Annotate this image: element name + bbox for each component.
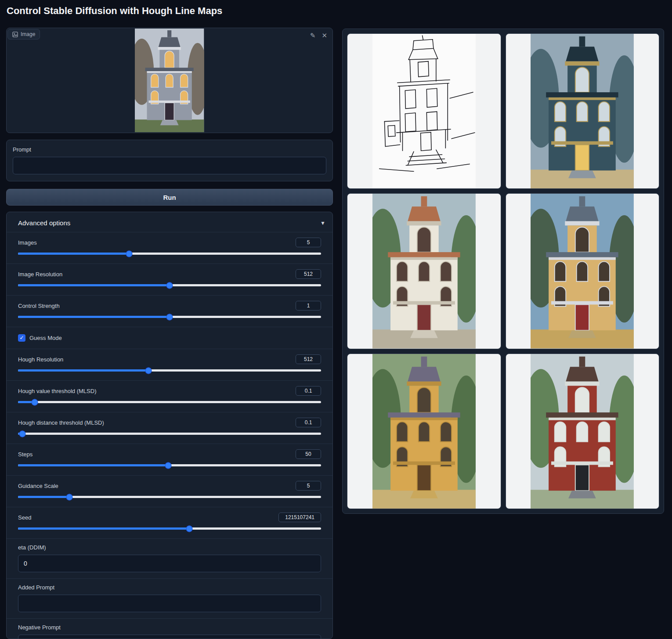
slider-fill [18, 253, 129, 255]
field-label: Negative Prompt [18, 624, 321, 631]
result-white-victorian-image [372, 194, 476, 348]
page-title: Control Stable Diffusion with Hough Line… [7, 5, 222, 17]
slider-value-input[interactable]: 50 [296, 449, 321, 459]
gallery-item-result-teal-victorian[interactable] [506, 33, 660, 189]
slider-fill [18, 284, 170, 286]
run-button[interactable]: Run [6, 189, 333, 206]
slider-fill [18, 464, 168, 466]
control-hough-resolution: Hough Resolution 512 [7, 349, 332, 380]
slider-handle[interactable] [186, 525, 192, 532]
close-icon[interactable]: ✕ [322, 32, 327, 40]
control-negative-prompt: Negative Prompt [7, 618, 332, 639]
slider-label: Hough Resolution [18, 356, 63, 363]
slider-track[interactable] [18, 369, 321, 372]
control-image-resolution: Image Resolution 512 [7, 264, 332, 295]
prompt-panel: Prompt [6, 140, 333, 181]
image-upload-panel[interactable]: Image ✎ ✕ [6, 28, 333, 133]
gallery-item-hough-line-map[interactable] [347, 33, 501, 189]
result-teal-victorian-image [531, 34, 634, 188]
image-label: Image [21, 31, 35, 37]
control-seed: Seed 1215107241 [7, 507, 332, 538]
control-eta-ddim: eta (DDIM) [7, 538, 332, 578]
slider-label: Seed [18, 514, 31, 521]
slider-value-input[interactable]: 0.1 [296, 386, 321, 396]
slider-track[interactable] [18, 433, 321, 435]
control-hough-distance-threshold-mlsd: Hough distance threshold (MLSD) 0.1 [7, 412, 332, 444]
slider-value-input[interactable]: 512 [296, 354, 321, 364]
slider-label: Hough distance threshold (MLSD) [18, 419, 104, 426]
slider-value-input[interactable]: 5 [296, 481, 321, 491]
input-image-image [135, 29, 204, 132]
slider-label: Steps [18, 451, 33, 458]
slider-handle[interactable] [166, 314, 173, 320]
eta-input[interactable] [18, 555, 321, 572]
gallery-item-result-white-victorian[interactable] [347, 193, 501, 349]
slider-track[interactable] [18, 464, 321, 466]
checkbox-label: Guess Mode [29, 335, 62, 341]
slider-label: Control Strength [18, 303, 60, 309]
result-red-victorian-image [531, 354, 634, 509]
slider-label: Image Resolution [18, 271, 62, 278]
collapse-arrow-icon[interactable]: ▼ [320, 220, 325, 226]
slider-handle[interactable] [165, 462, 171, 469]
slider-fill [18, 316, 170, 318]
result-golden-victorian-image [372, 354, 476, 509]
slider-fill [18, 369, 148, 372]
prompt-label: Prompt [13, 146, 326, 153]
slider-handle[interactable] [126, 250, 133, 257]
control-images: Images 5 [7, 232, 332, 264]
slider-handle[interactable] [166, 282, 173, 289]
guess-mode-checkbox[interactable]: ✓ Guess Mode [18, 332, 321, 347]
slider-value-input[interactable]: 1 [296, 301, 321, 310]
control-guess-mode: ✓ Guess Mode [7, 327, 332, 349]
slider-handle[interactable] [145, 367, 152, 374]
field-label: Added Prompt [18, 584, 321, 591]
checkbox-checked-icon[interactable]: ✓ [18, 334, 25, 342]
slider-label: Guidance Scale [18, 483, 58, 489]
slider-value-input[interactable]: 5 [296, 238, 321, 247]
input-image-preview[interactable] [7, 29, 332, 132]
control-steps: Steps 50 [7, 444, 332, 475]
negative-prompt-input[interactable] [18, 635, 321, 639]
image-icon [12, 32, 18, 37]
slider-track[interactable] [18, 284, 321, 286]
image-label-tag: Image [7, 29, 40, 40]
advanced-options-panel: Advanced options ▼ Images 5 Image Resolu… [6, 212, 333, 639]
gallery-item-result-red-victorian[interactable] [506, 354, 660, 509]
slider-handle[interactable] [31, 399, 38, 405]
edit-icon[interactable]: ✎ [310, 32, 316, 40]
slider-track[interactable] [18, 496, 321, 498]
control-control-strength: Control Strength 1 [7, 295, 332, 327]
control-guidance-scale: Guidance Scale 5 [7, 475, 332, 507]
slider-track[interactable] [18, 253, 321, 255]
control-added-prompt: Added Prompt [7, 578, 332, 618]
slider-fill [18, 527, 189, 530]
gallery-item-result-tan-victorian[interactable] [506, 193, 660, 349]
gallery-item-result-golden-victorian[interactable] [347, 354, 501, 509]
control-hough-value-threshold-mlsd: Hough value threshold (MLSD) 0.1 [7, 380, 332, 412]
slider-value-input[interactable]: 0.1 [296, 418, 321, 427]
slider-handle[interactable] [19, 430, 26, 437]
output-gallery [342, 29, 664, 514]
slider-label: Hough value threshold (MLSD) [18, 388, 96, 394]
slider-track[interactable] [18, 401, 321, 403]
result-tan-victorian-image [531, 194, 634, 348]
advanced-options-header[interactable]: Advanced options ▼ [7, 212, 332, 232]
slider-track[interactable] [18, 527, 321, 530]
slider-fill [18, 496, 69, 498]
field-label: eta (DDIM) [18, 544, 321, 551]
added-prompt-input[interactable] [18, 595, 321, 612]
slider-handle[interactable] [66, 494, 73, 500]
slider-label: Images [18, 239, 37, 246]
slider-value-input[interactable]: 1215107241 [278, 513, 321, 522]
advanced-options-title: Advanced options [18, 219, 70, 227]
hough-line-map-image [372, 34, 476, 188]
slider-value-input[interactable]: 512 [296, 269, 321, 279]
slider-track[interactable] [18, 316, 321, 318]
prompt-input[interactable] [13, 157, 326, 174]
